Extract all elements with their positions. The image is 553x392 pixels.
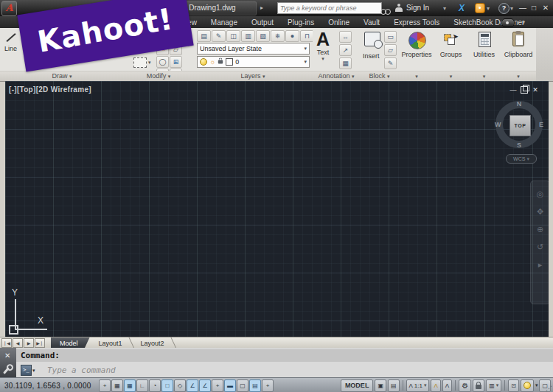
last-tab-button[interactable]: ▶❘: [35, 338, 45, 348]
edit-block-icon[interactable]: ▱: [384, 44, 397, 56]
menu-tab-vault[interactable]: Vault: [364, 18, 380, 27]
workspace-gear-icon[interactable]: ⚙: [459, 379, 471, 392]
layer-match-icon[interactable]: ✎: [212, 30, 226, 42]
wcs-dropdown[interactable]: WCS▾: [506, 154, 537, 164]
toggle-transparency[interactable]: ▢: [237, 379, 248, 392]
prev-tab-button[interactable]: ◀: [13, 338, 23, 348]
viewport-minimize-icon[interactable]: —: [509, 86, 518, 94]
viewcube-east[interactable]: E: [539, 121, 543, 128]
zoom-icon[interactable]: ⊕: [537, 225, 543, 234]
layer-freeze-icon[interactable]: ❄: [271, 30, 285, 42]
comm-caret-icon[interactable]: ▾: [487, 5, 490, 12]
toggle-quick-properties[interactable]: ▤: [249, 379, 261, 392]
properties-color-wheel-icon[interactable]: [408, 32, 426, 49]
toggle-snap-mode[interactable]: ▦: [111, 379, 123, 392]
search-input[interactable]: [277, 2, 382, 14]
help-caret-icon[interactable]: ▾: [510, 5, 513, 12]
viewcube-top-face[interactable]: TOP: [509, 115, 531, 136]
modify-selection-tool[interactable]: ▾: [133, 57, 151, 68]
viewcube-west[interactable]: W: [495, 121, 501, 128]
minimize-button[interactable]: —: [518, 4, 528, 12]
panel-title-draw[interactable]: Draw ▾: [0, 71, 124, 81]
menu-tab-express-tools[interactable]: Express Tools: [394, 18, 439, 27]
status-menu-caret-icon[interactable]: ▾: [535, 382, 538, 388]
tab-layout1[interactable]: Layout1: [90, 337, 131, 349]
close-button[interactable]: ✕: [540, 4, 551, 12]
coordinates-readout[interactable]: 30.1109, 1.6563 , 0.0000: [4, 382, 91, 390]
layer-previous-icon[interactable]: ◫: [226, 30, 240, 42]
orbit-icon[interactable]: ↺: [537, 243, 543, 251]
panel-title-layers[interactable]: Layers ▾: [193, 71, 313, 81]
annotation-visibility-icon[interactable]: Λ: [431, 379, 440, 392]
help-icon[interactable]: ?: [498, 3, 509, 14]
viewcube-north[interactable]: N: [517, 100, 522, 108]
text-tool[interactable]: A Text ▾: [316, 29, 330, 62]
status-toolbar-menu-icon[interactable]: ▥▾: [486, 379, 501, 392]
toggle-lineweight[interactable]: ▬: [224, 379, 236, 392]
layer-control-dropdown[interactable]: ☼ 0 ▾: [197, 56, 310, 68]
command-history[interactable]: Command:: [16, 349, 553, 363]
layer-unisolate-icon[interactable]: ▨: [256, 30, 270, 42]
maximize-button[interactable]: □: [529, 4, 539, 12]
dimension-tool-icon[interactable]: ↔: [339, 31, 352, 43]
connect-icon[interactable]: [501, 18, 515, 27]
layer-off-icon[interactable]: ●: [285, 30, 299, 42]
toggle-selection-cycling[interactable]: +: [262, 379, 274, 392]
viewcube[interactable]: N S W E TOP: [495, 100, 543, 149]
panel-title-modify[interactable]: Modify ▾: [124, 71, 193, 81]
layer-color-swatch[interactable]: [226, 58, 233, 66]
tab-model[interactable]: Model: [51, 337, 90, 349]
panel-title-utilities[interactable]: ▾: [467, 71, 501, 81]
panel-title-properties[interactable]: ▾: [399, 71, 434, 81]
quick-view-layouts-icon[interactable]: ▣: [375, 379, 386, 392]
menu-tab-output[interactable]: Output: [251, 18, 274, 27]
resize-grip[interactable]: ⋰: [546, 385, 552, 392]
command-close-icon[interactable]: ✕: [4, 351, 10, 360]
edit-attributes-icon[interactable]: ✎: [384, 57, 397, 69]
panel-title-block[interactable]: Block ▾: [360, 71, 399, 81]
toggle-object-snap-tracking[interactable]: ∠: [187, 379, 198, 392]
navigation-wheel-icon[interactable]: ◎: [537, 190, 544, 198]
drawing-canvas[interactable]: [-][Top][2D Wireframe] — ✕ N S W E TOP W…: [5, 81, 549, 337]
annotation-scale-button[interactable]: Λ 1:1 ▾: [406, 379, 430, 392]
toggle-3d-object-snap[interactable]: ◇: [174, 379, 186, 392]
pan-icon[interactable]: ✥: [537, 208, 543, 216]
menu-tab-manage[interactable]: Manage: [211, 18, 237, 27]
toggle-infer-constraints[interactable]: +: [99, 379, 111, 392]
viewport-label[interactable]: [-][Top][2D Wireframe]: [9, 85, 91, 94]
exchange-apps-icon[interactable]: X: [459, 3, 465, 13]
quick-view-drawings-icon[interactable]: ▤: [388, 379, 400, 392]
command-customize-wrench-icon[interactable]: [3, 367, 10, 374]
layer-unlock-icon[interactable]: [218, 60, 223, 64]
sign-in-link[interactable]: Sign In: [406, 4, 429, 12]
panel-title-clipboard[interactable]: ▾: [501, 71, 536, 81]
connect-caret-icon[interactable]: ▾: [522, 19, 525, 26]
clipboard-icon[interactable]: [512, 32, 524, 46]
create-block-icon[interactable]: ▭: [384, 31, 397, 43]
sign-in-caret-icon[interactable]: ▾: [443, 5, 446, 12]
command-prompt-chip[interactable]: >_: [21, 365, 32, 376]
model-space-button[interactable]: MODEL: [341, 379, 374, 392]
layer-isolate-icon[interactable]: ▥: [241, 30, 255, 42]
first-tab-button[interactable]: ❘◀: [1, 338, 12, 348]
toggle-grid-display[interactable]: ▦: [124, 379, 136, 392]
viewport-close-icon[interactable]: ✕: [531, 86, 540, 94]
quick-access-expand-icon[interactable]: ▸: [260, 4, 263, 11]
layer-state-dropdown[interactable]: Unsaved Layer State ▾: [197, 43, 310, 55]
application-menu-button[interactable]: A: [1, 1, 17, 16]
isolate-objects-icon[interactable]: ⊡: [508, 379, 519, 392]
fillet-icon[interactable]: ◯: [156, 56, 169, 68]
panel-title-annotation[interactable]: Annotation ▾: [313, 71, 360, 81]
layer-thaw-sun-icon[interactable]: ☼: [209, 58, 215, 66]
viewcube-south[interactable]: S: [517, 141, 521, 149]
annotation-autoscale-icon[interactable]: Λ: [442, 379, 452, 392]
toggle-ortho-mode[interactable]: ∟: [136, 379, 148, 392]
command-recent-caret-icon[interactable]: ▾: [32, 368, 35, 374]
viewport-restore-icon[interactable]: [521, 86, 528, 94]
toggle-object-snap[interactable]: □: [161, 379, 173, 392]
next-tab-button[interactable]: ▶: [24, 338, 34, 348]
communication-center-icon[interactable]: [475, 3, 485, 13]
panel-title-groups[interactable]: ▾: [434, 71, 467, 81]
menu-tab-online[interactable]: Online: [328, 18, 349, 27]
array-icon[interactable]: ⊞: [170, 56, 182, 68]
